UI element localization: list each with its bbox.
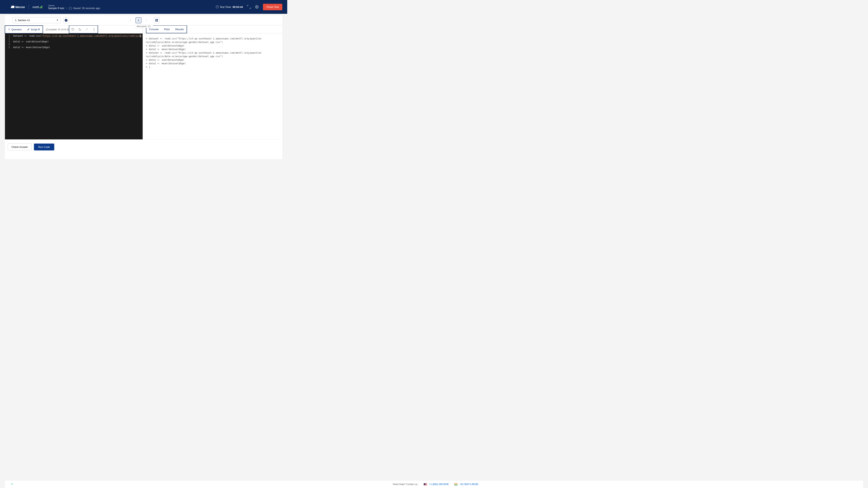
output-tabs-row: Console Plots Results	[143, 26, 282, 33]
run-code-button[interactable]: Run Code	[34, 143, 54, 151]
caret-down-icon	[57, 20, 58, 21]
more-button[interactable]	[91, 26, 98, 33]
code-editor[interactable]: 12345 dataset <- read.csv("https://s3-ap…	[5, 34, 143, 139]
mercer-logo: Mercer	[11, 5, 25, 9]
test-time: Test Time: 00:53:44	[216, 5, 243, 8]
console-output[interactable]: > dataset <- read.csv("https://s3-ap-sou…	[143, 33, 282, 72]
info-icon: i	[65, 19, 67, 22]
output-tabs: Console Plots Results	[146, 25, 187, 33]
clock-icon	[216, 5, 219, 8]
wand-icon	[86, 28, 89, 31]
test-title-row: Sample R test / Saved: 30 seconds ago	[48, 7, 100, 10]
cloud-icon	[69, 7, 72, 9]
mettl-bars-icon	[40, 5, 42, 8]
tab-plots[interactable]: Plots	[161, 26, 173, 33]
check-answer-button[interactable]: Check Answer	[8, 143, 32, 151]
tab-console[interactable]: Console	[146, 26, 161, 33]
info-button[interactable]: i	[63, 18, 69, 23]
mettl-text: mettl	[32, 5, 39, 9]
svg-point-0	[256, 6, 257, 7]
dots-vertical-icon	[94, 28, 94, 31]
tab-script-label: Script R	[31, 28, 40, 31]
mettl-logo: mettl	[32, 5, 42, 9]
editor-tabs-row: Question Script R (Compiler: R v3.6.3)	[5, 26, 143, 34]
saved-label: Saved: 30 seconds ago	[73, 7, 100, 10]
main-area: Question Script R (Compiler: R v3.6.3)	[5, 26, 282, 139]
prev-question-button[interactable]: ‹	[128, 18, 133, 23]
test-title: Sample R test	[48, 7, 64, 10]
tab-question-label: Question	[11, 28, 22, 31]
code-content: dataset <- read.csv("https://s3-ap-south…	[11, 34, 143, 139]
theme-button[interactable]	[76, 26, 84, 33]
separator: /	[66, 7, 67, 10]
user-name: James	[48, 4, 100, 7]
section-dropdown[interactable]: 1. Section #1	[12, 17, 61, 23]
editor-tools	[69, 25, 98, 34]
mercer-icon	[11, 6, 14, 8]
time-value: 00:53:44	[232, 5, 243, 8]
tab-question[interactable]: Question	[5, 26, 25, 33]
time-label: Test Time:	[220, 5, 231, 8]
logo-block: Mercer mettl	[11, 4, 42, 9]
editor-tabs: Question Script R	[5, 26, 43, 34]
spacer	[5, 153, 282, 159]
finish-test-button[interactable]: Finish Test	[263, 4, 282, 10]
tab-results[interactable]: Results	[173, 26, 186, 33]
compiler-label: (Compiler: R v3.6.3)	[46, 28, 69, 31]
header: Mercer mettl James Sample R test / Saved…	[0, 0, 287, 14]
wand-button[interactable]	[84, 26, 91, 33]
settings-icon[interactable]	[255, 5, 259, 9]
moon-icon	[78, 28, 82, 31]
next-question-button[interactable]: ›	[144, 18, 149, 23]
exit-fullscreen-icon[interactable]	[247, 5, 251, 9]
history-icon	[71, 28, 74, 31]
question-pager: ‹ 1 ›	[128, 18, 160, 23]
right-pane: Console Plots Results > dataset <- read.…	[143, 26, 282, 139]
tab-script[interactable]: Script R	[25, 26, 42, 33]
grid-icon	[155, 19, 158, 22]
editor-cursor	[140, 34, 141, 37]
line-gutter: 12345	[5, 34, 11, 139]
action-bar: Check Answer Run Code	[5, 139, 282, 153]
header-right: Test Time: 00:53:44 Finish Test	[216, 4, 282, 10]
history-button[interactable]	[69, 26, 76, 33]
toolbar: 1. Section #1 i ‹ 1 › Attempted: 1/1	[5, 15, 282, 26]
mercer-text: Mercer	[16, 5, 25, 9]
question-grid-button[interactable]	[154, 18, 160, 23]
left-pane: Question Script R (Compiler: R v3.6.3)	[5, 26, 143, 139]
question-number[interactable]: 1	[135, 18, 142, 23]
saved-status: Saved: 30 seconds ago	[69, 7, 100, 10]
test-info: James Sample R test / Saved: 30 seconds …	[48, 4, 100, 10]
section-label: 1. Section #1	[15, 19, 30, 22]
bulb-icon	[8, 28, 10, 31]
edit-icon	[27, 28, 30, 31]
